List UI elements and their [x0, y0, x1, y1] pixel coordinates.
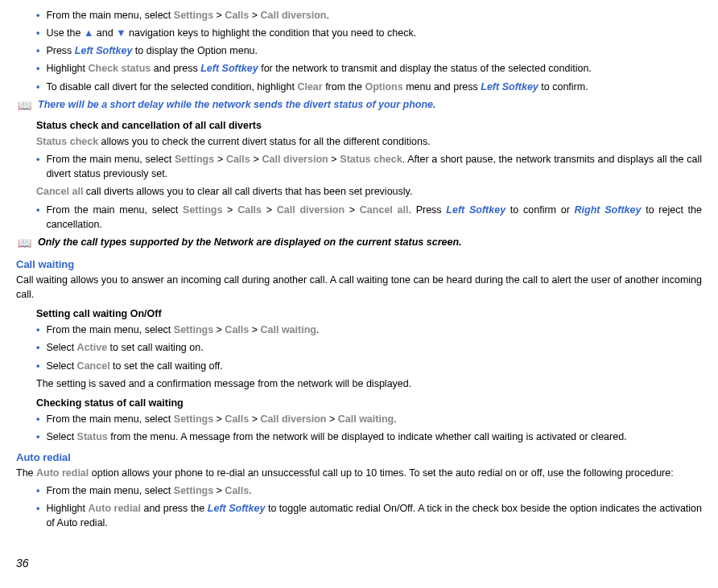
bullet-item: • Press Left Softkey to display the Opti… — [36, 43, 702, 58]
sub-heading: Status check and cancellation of all cal… — [36, 118, 702, 133]
body-text: Cancel all call diverts allows you to cl… — [36, 184, 702, 199]
bullet-item: • From the main menu, select Settings > … — [36, 412, 702, 426]
note-icon: 📖 — [18, 235, 31, 251]
bullet-marker: • — [36, 61, 39, 76]
bullet-text: Select Active to set call waiting on. — [46, 340, 702, 355]
bullet-text: From the main menu, select Settings > Ca… — [46, 483, 702, 498]
bullet-text: From the main menu, select Settings > Ca… — [46, 203, 702, 232]
sub-heading: Setting call waiting On/Off — [36, 306, 702, 321]
bullet-item: • From the main menu, select Settings > … — [36, 203, 702, 232]
bullet-item: • From the main menu, select Settings > … — [36, 8, 702, 23]
note-text: Only the call types supported by the Net… — [38, 235, 462, 251]
bullet-marker: • — [36, 152, 39, 181]
bullet-text: Select Status from the menu. A message f… — [46, 430, 702, 444]
bullet-item: • Use the ▲ and ▼ navigation keys to hig… — [36, 26, 702, 40]
bullet-item: • Select Active to set call waiting on. — [36, 340, 702, 355]
bullet-text: To disable call divert for the selected … — [46, 80, 702, 94]
section-heading: Call waiting — [16, 257, 702, 273]
bullet-item: • To disable call divert for the selecte… — [36, 80, 702, 94]
section-intro: The Auto redial option allows your phone… — [16, 466, 702, 480]
bullet-text: Use the ▲ and ▼ navigation keys to highl… — [46, 26, 702, 40]
section-intro: Call waiting allows you to answer an inc… — [16, 273, 702, 302]
up-arrow-icon: ▲ — [84, 27, 93, 39]
bullet-item: • Highlight Auto redial and press the Le… — [36, 501, 702, 530]
bullet-text: Highlight Auto redial and press the Left… — [46, 501, 702, 530]
bullet-item: • From the main menu, select Settings > … — [36, 152, 702, 181]
bullet-text: Select Cancel to set the call waiting of… — [46, 359, 702, 373]
page-number: 36 — [16, 555, 702, 571]
bullet-text: From the main menu, select Settings > Ca… — [46, 8, 702, 23]
down-arrow-icon: ▼ — [116, 27, 126, 39]
bullet-text: From the main menu, select Settings > Ca… — [46, 152, 702, 181]
bullet-item: • From the main menu, select Settings > … — [36, 323, 702, 337]
bullet-marker: • — [36, 340, 39, 355]
note-icon: 📖 — [18, 97, 31, 113]
body-text: The setting is saved and a confirmation … — [36, 376, 702, 391]
bullet-item: • Select Status from the menu. A message… — [36, 430, 702, 444]
bullet-marker: • — [36, 323, 39, 337]
note-block: 📖 There will be a short delay while the … — [18, 97, 702, 113]
sub-heading: Checking status of call waiting — [36, 396, 702, 410]
section-heading: Auto redial — [16, 450, 702, 466]
bullet-marker: • — [36, 501, 39, 530]
bullet-marker: • — [36, 430, 39, 444]
bullet-text: Press Left Softkey to display the Option… — [46, 43, 702, 58]
bullet-marker: • — [36, 483, 39, 498]
bullet-text: Highlight Check status and press Left So… — [46, 61, 702, 76]
bullet-item: • Select Cancel to set the call waiting … — [36, 359, 702, 373]
bullet-marker: • — [36, 359, 39, 373]
bullet-marker: • — [36, 43, 39, 58]
note-text: There will be a short delay while the ne… — [38, 97, 436, 113]
bullet-marker: • — [36, 26, 39, 40]
body-text: Status check allows you to check the cur… — [36, 134, 702, 149]
bullet-text: From the main menu, select Settings > Ca… — [46, 412, 702, 426]
bullet-item: • From the main menu, select Settings > … — [36, 483, 702, 498]
bullet-item: • Highlight Check status and press Left … — [36, 61, 702, 76]
bullet-marker: • — [36, 412, 39, 426]
bullet-marker: • — [36, 8, 39, 23]
bullet-text: From the main menu, select Settings > Ca… — [46, 323, 702, 337]
note-block: 📖 Only the call types supported by the N… — [18, 235, 702, 251]
bullet-marker: • — [36, 80, 39, 94]
bullet-marker: • — [36, 203, 39, 232]
